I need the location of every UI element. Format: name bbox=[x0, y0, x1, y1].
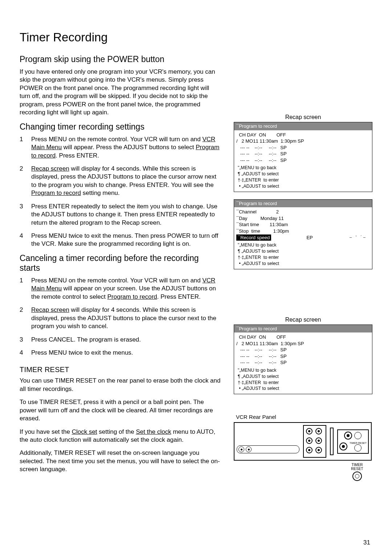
osd-help-line: †·‡„ENTER to enter bbox=[238, 380, 370, 386]
section-heading-skip: Program skip using the POWER button bbox=[20, 54, 221, 64]
osd-speed-label-inverted: ¯Record speed bbox=[236, 234, 271, 241]
list-item: 2 Recap screen will display for 4 second… bbox=[20, 165, 221, 197]
jack-icon bbox=[306, 428, 313, 434]
osd-recap-2: ¯Program to record CH DAY ON OFF / 2 MO1… bbox=[234, 325, 372, 395]
osd-stop-row: ¯Stop time 1:30pm bbox=[236, 228, 370, 234]
osd-help: "„MENU to go back ¶ „ADJUST to select †·… bbox=[234, 241, 372, 267]
list-item: 4 Press MENU twice to exit the menus. Th… bbox=[20, 232, 221, 248]
timer-reset-tiny-label: TIMER RESET bbox=[350, 442, 367, 444]
reset-p1: You can use TIMER RESET on the rear pane… bbox=[20, 377, 221, 393]
timer-reset-label-line1: TIMER bbox=[351, 463, 363, 467]
rear-right-block: TIMER RESET bbox=[337, 429, 369, 454]
reset-p4: Additionally, TIMER RESET will reset the… bbox=[20, 449, 221, 473]
osd-help-line: †·‡„ENTER to enter bbox=[238, 254, 370, 261]
step-num: 1 bbox=[20, 135, 25, 160]
osd-row: --- -- --:-- --:-- SP bbox=[236, 347, 370, 353]
osd-detail: ¯Program to record ¯Channel 2 ¯Day Monda… bbox=[234, 199, 372, 269]
step-text: Recap screen will display for 4 seconds.… bbox=[31, 306, 221, 330]
av-jacks-icon bbox=[237, 445, 299, 453]
antenna-jack-icon bbox=[339, 442, 347, 450]
steps-change: 1 Press MENU on the remote control. Your… bbox=[20, 135, 221, 248]
osd-help-line: • „ADJUST to select bbox=[238, 261, 370, 267]
osd-help-line: "„MENU to go back bbox=[238, 367, 370, 374]
section-heading-reset: TIMER RESET bbox=[20, 366, 221, 374]
osd-row-header: CH DAY ON OFF bbox=[236, 132, 370, 138]
osd-speed-value: EP bbox=[306, 235, 313, 240]
recap-screen-label-1: Recap screen bbox=[234, 114, 372, 121]
list-item: 1 Press MENU on the remote control. Your… bbox=[20, 277, 221, 301]
timer-reset-hole-icon bbox=[354, 444, 362, 452]
step-num: 3 bbox=[20, 336, 25, 344]
step-text: Press MENU twice to exit the menus. bbox=[31, 349, 133, 357]
antenna-jack-icon bbox=[344, 432, 352, 440]
step-text: Press MENU twice to exit the menus. Then… bbox=[31, 232, 221, 248]
step-num: 3 bbox=[20, 203, 25, 227]
jack-icon bbox=[238, 446, 244, 452]
osd-row: / 2 MO11 11:30am 1:30pm SP bbox=[236, 340, 370, 347]
osd-title: ¯Program to record bbox=[234, 325, 372, 333]
osd-title: ¯Program to record bbox=[234, 122, 372, 130]
osd-body: ¯Channel 2 ¯Day Monday 11 ¯Start time 11… bbox=[234, 207, 372, 241]
reset-p3: If you have set the Clock set setting of… bbox=[20, 428, 221, 444]
osd-help-line: • „ADJUST to select bbox=[238, 385, 370, 392]
step-text: Press MENU on the remote control. Your V… bbox=[31, 135, 221, 160]
step-text: Recap screen will display for 4 seconds.… bbox=[31, 165, 221, 197]
timer-reset-label-line2: RESET bbox=[351, 467, 363, 471]
step-text: Press MENU on the remote control. Your V… bbox=[31, 277, 221, 301]
osd-row: --- -- --:-- --:-- SP bbox=[236, 151, 370, 157]
list-item: 3 Press CANCEL. The program is erased. bbox=[20, 336, 221, 344]
recap-screen-label-2: Recap screen bbox=[234, 317, 372, 323]
jack-icon bbox=[315, 428, 322, 434]
osd-help-line: †·‡„ENTER to enter bbox=[238, 177, 370, 183]
timer-reset-button-icon bbox=[352, 472, 362, 481]
rear-panel-label: VCR Rear Panel bbox=[236, 414, 372, 420]
osd-row: --- -- --:-- --:-- SP bbox=[236, 359, 370, 366]
rear-slot-left bbox=[237, 429, 299, 453]
osd-row: --- -- --:-- --:-- SP bbox=[236, 353, 370, 360]
osd-start-row: ¯Start time 11:30am bbox=[236, 221, 370, 228]
page-title: Timer Recording bbox=[20, 30, 221, 44]
list-item: 4 Press MENU twice to exit the menus. bbox=[20, 349, 221, 357]
osd-help-line: "„MENU to go back bbox=[238, 242, 370, 248]
osd-help-line: ¶ „ADJUST to select bbox=[238, 248, 370, 254]
jack-icon bbox=[246, 446, 252, 452]
osd-row: --- -- --:-- --:-- SP bbox=[236, 157, 370, 164]
osd-channel-row: ¯Channel 2 bbox=[236, 209, 370, 215]
steps-cancel: 1 Press MENU on the remote control. Your… bbox=[20, 277, 221, 357]
manual-page: Timer Recording Program skip using the P… bbox=[0, 0, 392, 555]
section-heading-cancel: Canceling a timer recording before the r… bbox=[20, 253, 221, 273]
osd-speed-row: ¯Record speed EP – ' ´– bbox=[236, 234, 370, 241]
circle-icon bbox=[354, 432, 362, 439]
blink-arrows-icon: – ' ´– bbox=[350, 234, 367, 240]
osd-recap-1: ¯Program to record CH DAY ON OFF / 2 MO1… bbox=[234, 122, 372, 192]
left-column: Timer Recording Program skip using the P… bbox=[20, 30, 221, 481]
osd-row-header: CH DAY ON OFF bbox=[236, 334, 370, 340]
step-num: 2 bbox=[20, 306, 25, 330]
step-text: Press CANCEL. The program is erased. bbox=[31, 336, 141, 344]
osd-help-line: ¶ „ADJUST to select bbox=[238, 374, 370, 380]
step-text: Press ENTER repeatedly to select the ite… bbox=[31, 203, 221, 227]
osd-row: --- -- --:-- --:-- SP bbox=[236, 144, 370, 151]
osd-help-line: ¶ „ADJUST to select bbox=[238, 171, 370, 177]
rear-panel-illustration: TIMER RESET bbox=[234, 422, 372, 461]
jack-grid-icon bbox=[303, 425, 326, 458]
list-item: 1 Press MENU on the remote control. Your… bbox=[20, 135, 221, 160]
osd-help-line: "„MENU to go back bbox=[238, 165, 370, 171]
step-num: 4 bbox=[20, 232, 25, 248]
osd-title: ¯Program to record bbox=[234, 200, 372, 208]
timer-reset-callout: TIMER RESET bbox=[343, 463, 372, 481]
osd-help: "„MENU to go back ¶ „ADJUST to select †·… bbox=[234, 367, 372, 392]
list-item: 3 Press ENTER repeatedly to select the i… bbox=[20, 203, 221, 227]
step-num: 1 bbox=[20, 277, 25, 301]
osd-body: CH DAY ON OFF / 2 MO11 11:30am 1:30pm SP… bbox=[234, 130, 372, 164]
list-item: 2 Recap screen will display for 4 second… bbox=[20, 306, 221, 330]
step-num: 4 bbox=[20, 349, 25, 357]
reset-p2: To use TIMER RESET, press it with a penc… bbox=[20, 398, 221, 423]
jack-icon bbox=[306, 437, 313, 444]
right-column: Recap screen ¯Program to record CH DAY O… bbox=[234, 30, 372, 481]
vent-icon bbox=[330, 428, 334, 455]
osd-help: "„MENU to go back ¶ „ADJUST to select †·… bbox=[234, 164, 372, 189]
section-heading-change: Changing timer recording settings bbox=[20, 122, 221, 132]
rear-panel-figure: VCR Rear Panel bbox=[234, 414, 372, 481]
osd-row: / 2 MO11 11:30am 1:30pm SP bbox=[236, 138, 370, 144]
